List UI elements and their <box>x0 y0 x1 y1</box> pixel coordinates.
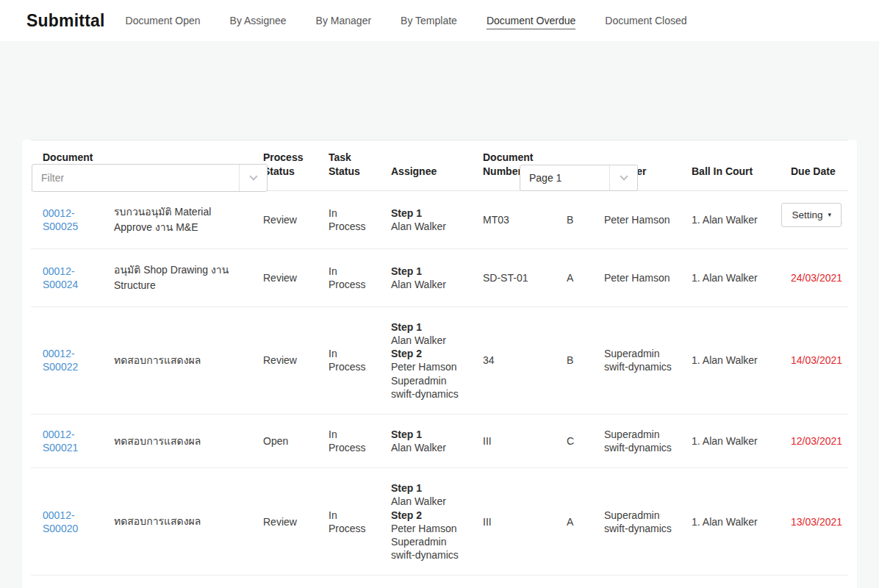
cell-ball-in-court: 1. Alan Walker <box>680 468 779 576</box>
cell-subject: ทดสอบการแสดงผล <box>102 306 251 414</box>
table-row: 00012-S00024 อนุมัติ Shop Drawing งาน St… <box>31 248 848 306</box>
page-title: Submittal <box>26 11 105 31</box>
col-header-ball-in-court: Ball In Court <box>680 140 779 191</box>
cell-task-status: In Process <box>317 414 379 467</box>
cell-document-number: III <box>471 468 555 576</box>
tab-document-overdue[interactable]: Document Overdue <box>487 15 575 29</box>
cell-document-number: 34 <box>471 306 555 414</box>
col-header-task-status: Task Status <box>317 140 379 191</box>
cell-document-number: SD-ST-01 <box>471 248 555 306</box>
filter-select[interactable]: Filter <box>32 164 268 192</box>
assignee-name: Peter Hamson <box>391 522 465 535</box>
document-code-link[interactable]: 00012-S00020 <box>43 509 78 534</box>
cell-due-date: 12/03/2021 <box>779 414 848 467</box>
cell-task-status: In Process <box>317 468 379 576</box>
cell-task-status: In Process <box>317 306 379 414</box>
col-header-due-date: Due Date <box>779 140 848 191</box>
cell-subject: ทดสอบการแสดงผล <box>102 414 251 467</box>
cell-manager: Superadmin swift-dynamics <box>592 414 680 467</box>
cell-rev: C <box>555 414 592 467</box>
assignee-name: Alan Walker <box>391 220 465 233</box>
tab-bar: Document Open By Assignee By Manager By … <box>126 15 687 29</box>
cell-assignee: Step 1 Alan Walker <box>379 414 471 467</box>
assignee-name: Alan Walker <box>391 495 465 508</box>
assignee-step-label: Step 1 <box>391 207 465 220</box>
cell-rev: B <box>555 190 592 248</box>
assignee-step-label: Step 1 <box>391 428 465 441</box>
cell-task-status: In Process <box>317 248 379 306</box>
cell-assignee: Step 1 Alan Walker Step 2 Peter Hamson S… <box>379 468 471 576</box>
assignee-name: Alan Walker <box>391 334 465 347</box>
cell-process-status: Review <box>251 248 317 306</box>
cell-process-status: Review <box>251 468 317 576</box>
assignee-name: Superadmin swift-dynamics <box>391 374 465 401</box>
page-select-value: Page 1 <box>520 172 609 184</box>
cell-process-status: Review <box>251 190 317 248</box>
cell-due-date: 14/03/2021 <box>779 306 848 414</box>
assignee-step-label: Step 1 <box>391 481 465 495</box>
filter-select-value: Filter <box>32 172 239 184</box>
table-row: 00012-S00022 ทดสอบการแสดงผล Review In Pr… <box>31 306 848 414</box>
cell-manager: Superadmin swift-dynamics <box>592 306 680 414</box>
cell-subject: รบกวนอนุมัติ Material Approve งาน M&E <box>102 190 251 248</box>
setting-button-label: Setting <box>792 209 822 220</box>
cell-due-date: 24/03/2021 <box>779 248 848 306</box>
cell-subject: อนุมัติ Shop Drawing งาน Structure <box>102 248 251 306</box>
assignee-name: Peter Hamson <box>391 360 465 373</box>
cell-assignee: Step 1 Alan Walker <box>379 190 471 248</box>
tab-by-template[interactable]: By Template <box>401 15 457 29</box>
cell-ball-in-court: 1. Alan Walker <box>680 190 779 248</box>
document-code-link[interactable]: 00012-S00021 <box>43 429 78 453</box>
cell-rev: A <box>555 468 592 576</box>
document-code-link[interactable]: 00012-S00022 <box>43 348 78 373</box>
chevron-down-icon <box>239 165 267 191</box>
assignee-name: Alan Walker <box>391 441 465 454</box>
cell-assignee: Step 1 Alan Walker Step 2 Peter Hamson S… <box>379 306 471 414</box>
content-card: Filter Page 1 Setting ▾ Document Code Su… <box>22 140 857 588</box>
documents-table: Document Code Subject Process Status Tas… <box>31 140 848 576</box>
tab-by-assignee[interactable]: By Assignee <box>230 15 287 29</box>
tab-document-open[interactable]: Document Open <box>126 15 201 29</box>
col-header-assignee: Assignee <box>379 140 471 191</box>
tab-document-closed[interactable]: Document Closed <box>605 15 686 29</box>
top-header: Submittal Document Open By Assignee By M… <box>0 0 879 41</box>
cell-ball-in-court: 1. Alan Walker <box>680 414 779 467</box>
cell-ball-in-court: 1. Alan Walker <box>680 248 779 306</box>
cell-document-code: 00012-S00022 <box>31 306 102 414</box>
cell-subject: ทดสอบการแสดงผล <box>102 468 251 576</box>
cell-document-number: III <box>471 414 555 467</box>
table-row: 00012-S00025 รบกวนอนุมัติ Material Appro… <box>31 190 848 248</box>
cell-manager: Peter Hamson <box>592 190 680 248</box>
table-row: 00012-S00021 ทดสอบการแสดงผล Open In Proc… <box>31 414 848 467</box>
cell-due-date: 13/03/2021 <box>779 468 848 576</box>
cell-document-code: 00012-S00020 <box>31 468 102 576</box>
cell-rev: B <box>555 306 592 414</box>
cell-manager: Peter Hamson <box>592 248 680 306</box>
assignee-step-label: Step 2 <box>391 509 465 522</box>
assignee-step-label: Step 1 <box>391 320 465 334</box>
table-row: 00012-S00020 ทดสอบการแสดงผล Review In Pr… <box>31 468 848 576</box>
cell-rev: A <box>555 248 592 306</box>
cell-document-code: 00012-S00021 <box>31 414 102 467</box>
cell-manager: Superadmin swift-dynamics <box>592 468 680 576</box>
cell-ball-in-court: 1. Alan Walker <box>680 306 779 414</box>
cell-document-code: 00012-S00024 <box>31 248 102 306</box>
assignee-name: Alan Walker <box>391 278 465 291</box>
assignee-step-label: Step 2 <box>391 347 465 360</box>
assignee-name: Superadmin swift-dynamics <box>391 535 465 562</box>
cell-process-status: Open <box>251 414 317 467</box>
page-select[interactable]: Page 1 <box>520 165 638 191</box>
cell-process-status: Review <box>251 306 317 414</box>
assignee-step-label: Step 1 <box>391 265 465 278</box>
cell-assignee: Step 1 Alan Walker <box>379 248 471 306</box>
document-code-link[interactable]: 00012-S00024 <box>43 265 78 290</box>
caret-down-icon: ▾ <box>828 212 831 218</box>
chevron-down-icon <box>609 165 637 190</box>
cell-document-code: 00012-S00025 <box>31 190 102 248</box>
tab-by-manager[interactable]: By Manager <box>316 15 371 29</box>
setting-button[interactable]: Setting ▾ <box>781 203 842 227</box>
document-code-link[interactable]: 00012-S00025 <box>43 207 78 232</box>
cell-document-number: MT03 <box>471 190 555 248</box>
cell-task-status: In Process <box>317 190 379 248</box>
